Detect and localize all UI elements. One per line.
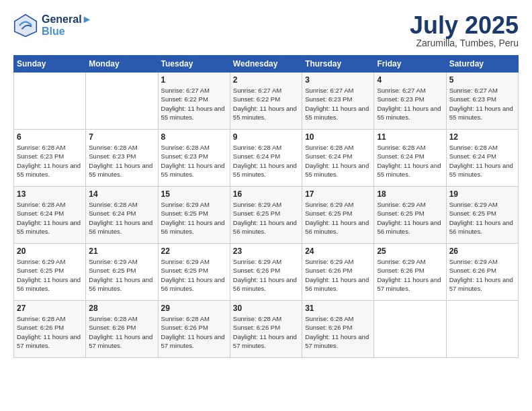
calendar-cell: 6Sunrise: 6:28 AMSunset: 6:23 PMDaylight… xyxy=(14,130,86,187)
calendar-cell: 20Sunrise: 6:29 AMSunset: 6:25 PMDayligh… xyxy=(14,244,86,301)
day-number: 15 xyxy=(161,189,227,199)
day-number: 16 xyxy=(233,189,299,199)
day-number: 21 xyxy=(89,246,154,256)
day-detail: Sunrise: 6:29 AMSunset: 6:25 PMDaylight:… xyxy=(161,200,227,236)
day-detail: Sunrise: 6:29 AMSunset: 6:26 PMDaylight:… xyxy=(377,257,443,293)
day-detail: Sunrise: 6:28 AMSunset: 6:26 PMDaylight:… xyxy=(89,314,154,350)
day-detail: Sunrise: 6:28 AMSunset: 6:23 PMDaylight:… xyxy=(89,143,154,179)
day-detail: Sunrise: 6:28 AMSunset: 6:26 PMDaylight:… xyxy=(161,314,227,350)
logo-text: General► Blue xyxy=(42,13,92,38)
day-number: 2 xyxy=(233,75,299,85)
day-number: 24 xyxy=(305,246,371,256)
calendar-cell: 10Sunrise: 6:28 AMSunset: 6:24 PMDayligh… xyxy=(302,130,374,187)
day-number: 29 xyxy=(161,304,227,313)
calendar-cell: 9Sunrise: 6:28 AMSunset: 6:24 PMDaylight… xyxy=(230,130,302,187)
day-detail: Sunrise: 6:27 AMSunset: 6:23 PMDaylight:… xyxy=(305,86,371,122)
calendar-cell: 15Sunrise: 6:29 AMSunset: 6:25 PMDayligh… xyxy=(158,187,230,244)
calendar-week-row: 1Sunrise: 6:27 AMSunset: 6:22 PMDaylight… xyxy=(14,73,519,130)
day-number: 27 xyxy=(17,304,83,313)
calendar-cell: 12Sunrise: 6:28 AMSunset: 6:24 PMDayligh… xyxy=(446,130,518,187)
calendar-cell: 22Sunrise: 6:29 AMSunset: 6:25 PMDayligh… xyxy=(158,244,230,301)
day-number: 11 xyxy=(377,132,443,142)
day-detail: Sunrise: 6:29 AMSunset: 6:26 PMDaylight:… xyxy=(449,257,515,293)
weekday-header-monday: Monday xyxy=(86,56,158,73)
day-detail: Sunrise: 6:28 AMSunset: 6:24 PMDaylight:… xyxy=(377,143,443,179)
weekday-header-wednesday: Wednesday xyxy=(230,56,302,73)
day-detail: Sunrise: 6:28 AMSunset: 6:24 PMDaylight:… xyxy=(233,143,299,179)
day-number: 20 xyxy=(17,246,83,256)
day-number: 12 xyxy=(449,132,515,142)
day-detail: Sunrise: 6:29 AMSunset: 6:25 PMDaylight:… xyxy=(233,200,299,236)
day-number: 13 xyxy=(17,189,83,199)
day-detail: Sunrise: 6:29 AMSunset: 6:25 PMDaylight:… xyxy=(305,200,371,236)
calendar-cell: 18Sunrise: 6:29 AMSunset: 6:25 PMDayligh… xyxy=(374,187,446,244)
calendar-cell xyxy=(374,301,446,358)
day-number: 10 xyxy=(305,132,371,142)
logo: General► Blue xyxy=(13,13,92,38)
day-detail: Sunrise: 6:27 AMSunset: 6:23 PMDaylight:… xyxy=(377,86,443,122)
calendar-cell: 5Sunrise: 6:27 AMSunset: 6:23 PMDaylight… xyxy=(446,73,518,130)
day-number: 25 xyxy=(377,246,443,256)
day-number: 28 xyxy=(89,304,154,313)
weekday-header-saturday: Saturday xyxy=(446,56,518,73)
calendar-cell: 13Sunrise: 6:28 AMSunset: 6:24 PMDayligh… xyxy=(14,187,86,244)
calendar-cell: 2Sunrise: 6:27 AMSunset: 6:22 PMDaylight… xyxy=(230,73,302,130)
calendar-cell: 31Sunrise: 6:28 AMSunset: 6:26 PMDayligh… xyxy=(302,301,374,358)
weekday-header-tuesday: Tuesday xyxy=(158,56,230,73)
calendar-cell: 8Sunrise: 6:28 AMSunset: 6:23 PMDaylight… xyxy=(158,130,230,187)
weekday-header-row: SundayMondayTuesdayWednesdayThursdayFrid… xyxy=(14,56,519,73)
day-number: 19 xyxy=(449,189,515,199)
day-detail: Sunrise: 6:28 AMSunset: 6:24 PMDaylight:… xyxy=(449,143,515,179)
weekday-header-sunday: Sunday xyxy=(14,56,86,73)
day-detail: Sunrise: 6:29 AMSunset: 6:26 PMDaylight:… xyxy=(233,257,299,293)
day-number: 5 xyxy=(449,75,515,85)
calendar-week-row: 6Sunrise: 6:28 AMSunset: 6:23 PMDaylight… xyxy=(14,130,519,187)
calendar-week-row: 20Sunrise: 6:29 AMSunset: 6:25 PMDayligh… xyxy=(14,244,519,301)
day-detail: Sunrise: 6:29 AMSunset: 6:25 PMDaylight:… xyxy=(89,257,154,293)
day-number: 3 xyxy=(305,75,371,85)
calendar-cell: 1Sunrise: 6:27 AMSunset: 6:22 PMDaylight… xyxy=(158,73,230,130)
page-header: General► Blue July 2025 Zarumilla, Tumbe… xyxy=(13,13,519,48)
day-number: 9 xyxy=(233,132,299,142)
day-number: 26 xyxy=(449,246,515,256)
weekday-header-thursday: Thursday xyxy=(302,56,374,73)
title-block: July 2025 Zarumilla, Tumbes, Peru xyxy=(410,13,519,48)
day-number: 7 xyxy=(89,132,154,142)
location-subtitle: Zarumilla, Tumbes, Peru xyxy=(410,38,519,48)
day-detail: Sunrise: 6:28 AMSunset: 6:23 PMDaylight:… xyxy=(161,143,227,179)
calendar-cell: 19Sunrise: 6:29 AMSunset: 6:25 PMDayligh… xyxy=(446,187,518,244)
day-number: 4 xyxy=(377,75,443,85)
day-number: 6 xyxy=(17,132,83,142)
day-detail: Sunrise: 6:27 AMSunset: 6:22 PMDaylight:… xyxy=(161,86,227,122)
day-number: 23 xyxy=(233,246,299,256)
calendar-week-row: 13Sunrise: 6:28 AMSunset: 6:24 PMDayligh… xyxy=(14,187,519,244)
month-title: July 2025 xyxy=(410,13,519,38)
day-number: 8 xyxy=(161,132,227,142)
calendar-cell: 17Sunrise: 6:29 AMSunset: 6:25 PMDayligh… xyxy=(302,187,374,244)
day-detail: Sunrise: 6:29 AMSunset: 6:25 PMDaylight:… xyxy=(377,200,443,236)
day-number: 30 xyxy=(233,304,299,313)
calendar-cell: 30Sunrise: 6:28 AMSunset: 6:26 PMDayligh… xyxy=(230,301,302,358)
day-number: 31 xyxy=(305,304,371,313)
calendar-cell xyxy=(14,73,86,130)
calendar-cell: 23Sunrise: 6:29 AMSunset: 6:26 PMDayligh… xyxy=(230,244,302,301)
day-number: 1 xyxy=(161,75,227,85)
calendar-cell: 3Sunrise: 6:27 AMSunset: 6:23 PMDaylight… xyxy=(302,73,374,130)
day-number: 17 xyxy=(305,189,371,199)
day-detail: Sunrise: 6:28 AMSunset: 6:24 PMDaylight:… xyxy=(89,200,154,236)
day-detail: Sunrise: 6:27 AMSunset: 6:23 PMDaylight:… xyxy=(449,86,515,122)
calendar-cell: 25Sunrise: 6:29 AMSunset: 6:26 PMDayligh… xyxy=(374,244,446,301)
day-detail: Sunrise: 6:28 AMSunset: 6:23 PMDaylight:… xyxy=(17,143,83,179)
calendar-cell: 11Sunrise: 6:28 AMSunset: 6:24 PMDayligh… xyxy=(374,130,446,187)
day-detail: Sunrise: 6:28 AMSunset: 6:24 PMDaylight:… xyxy=(305,143,371,179)
day-number: 22 xyxy=(161,246,227,256)
calendar-week-row: 27Sunrise: 6:28 AMSunset: 6:26 PMDayligh… xyxy=(14,301,519,358)
day-detail: Sunrise: 6:28 AMSunset: 6:26 PMDaylight:… xyxy=(305,314,371,350)
calendar-cell: 26Sunrise: 6:29 AMSunset: 6:26 PMDayligh… xyxy=(446,244,518,301)
day-detail: Sunrise: 6:28 AMSunset: 6:24 PMDaylight:… xyxy=(17,200,83,236)
day-detail: Sunrise: 6:27 AMSunset: 6:22 PMDaylight:… xyxy=(233,86,299,122)
calendar-cell: 16Sunrise: 6:29 AMSunset: 6:25 PMDayligh… xyxy=(230,187,302,244)
calendar-cell: 24Sunrise: 6:29 AMSunset: 6:26 PMDayligh… xyxy=(302,244,374,301)
calendar-cell: 4Sunrise: 6:27 AMSunset: 6:23 PMDaylight… xyxy=(374,73,446,130)
calendar-cell xyxy=(86,73,158,130)
